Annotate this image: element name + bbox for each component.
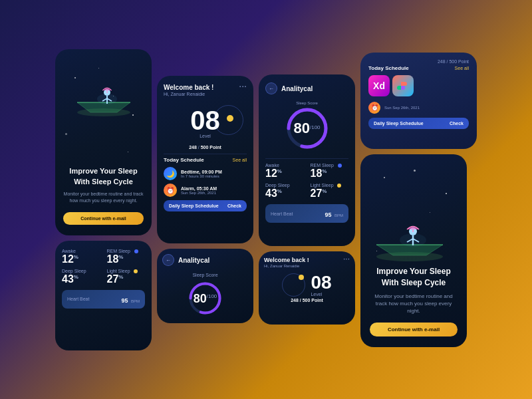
analytics-card: ← Analitycal Sleep Score 80/100 Awake 12… bbox=[259, 74, 355, 246]
top-schedule-card: 248 / 500 Point Today Schedule See all X… bbox=[360, 53, 477, 149]
a-light-label: Light Sleep bbox=[311, 183, 349, 188]
hb-unit: BPM bbox=[131, 299, 140, 303]
bw-level: 08 Level bbox=[264, 273, 350, 297]
bedtime-name: Bedtime, 09:00 PM bbox=[181, 170, 247, 174]
top-check-label: Check bbox=[450, 121, 464, 126]
a-rem-value: 18% bbox=[311, 168, 349, 179]
a-awake-stat: Awake 12% bbox=[265, 163, 304, 179]
a-rem-stat: REM Sleep 18% bbox=[311, 163, 349, 179]
a-hb-label: Heart Beat bbox=[271, 211, 293, 216]
bw-title: Welcome back ! bbox=[264, 257, 309, 263]
top-see-all[interactable]: See all bbox=[455, 66, 469, 70]
small-score-inner: 80/100 bbox=[194, 292, 217, 305]
alarm-time: Sun Sep 26th, 2021 bbox=[181, 191, 247, 195]
see-all-link[interactable]: See all bbox=[233, 158, 247, 162]
landing-content: Improve Your Sleep With Sleep Cycle Moni… bbox=[63, 166, 144, 224]
bw-header: Welcome back ! Hi, Zanuar Renaidie ··· bbox=[264, 257, 350, 268]
small-score-total: /100 bbox=[207, 293, 217, 299]
heartbeat-bar: Heart Beat 95 BPM bbox=[62, 290, 145, 309]
top-schedule-title: Today Schedule bbox=[368, 65, 409, 71]
small-analytics-card: ← Analitycal Sleep Score 80/100 bbox=[157, 249, 253, 323]
welcome-title: Welcome back ! bbox=[164, 84, 213, 91]
back-button[interactable]: ← bbox=[265, 82, 277, 94]
top-schedule-header: Today Schedule See all bbox=[368, 65, 469, 71]
daily-schedule-button[interactable]: Daily Sleep Schedulue Check bbox=[164, 200, 247, 211]
stats-card: Awake 12% REM Sleep 18% Deep Sleep 43% bbox=[55, 241, 152, 350]
bw-options[interactable]: ··· bbox=[343, 257, 350, 261]
score-total: /100 bbox=[310, 124, 321, 130]
score-ring: 80/100 bbox=[284, 105, 331, 152]
bw-points: 248 / 500 Point bbox=[264, 298, 350, 303]
lg-landing-content: Improve Your Sleep With Sleep Cycle Moni… bbox=[370, 266, 458, 336]
small-analytics-title: Analitycal bbox=[178, 257, 209, 264]
small-back-button[interactable]: ← bbox=[162, 254, 174, 266]
xd-icon[interactable]: Xd bbox=[368, 75, 390, 96]
schedule-title: Today Schedule bbox=[164, 157, 204, 163]
welcome-card: Welcome back ! Hi, Zanuar Renaidie ··· 0… bbox=[157, 76, 253, 243]
bottom-welcome-card: Welcome back ! Hi, Zanuar Renaidie ··· 0… bbox=[259, 251, 355, 325]
bw-level-number: 08 bbox=[311, 273, 331, 292]
hb-value: 95 bbox=[122, 297, 128, 304]
landing-card: Improve Your Sleep With Sleep Cycle Moni… bbox=[55, 49, 152, 235]
analytics-header: ← Analitycal bbox=[265, 82, 348, 94]
a-awake-value: 12% bbox=[265, 168, 304, 179]
small-score-ring: 80/100 bbox=[187, 280, 223, 317]
rem-value: 18% bbox=[107, 254, 146, 265]
options-button[interactable]: ··· bbox=[239, 84, 247, 88]
analytics-stats-grid: Awake 12% REM Sleep 18% Deep Sleep 43% L… bbox=[265, 163, 348, 199]
title-line1: Improve Your Sleep bbox=[69, 167, 137, 175]
lg-email-button[interactable]: Continue with e-mail bbox=[370, 323, 458, 336]
stats-grid: Awake 12% REM Sleep 18% Deep Sleep 43% bbox=[62, 249, 145, 285]
welcome-sub: Hi, Zanuar Renaidie bbox=[164, 92, 213, 96]
awake-stat: Awake 12% bbox=[62, 249, 100, 265]
title-line2: With Sleep Cycle bbox=[74, 178, 133, 186]
deep-value: 43% bbox=[62, 274, 100, 285]
score-number: 80 bbox=[293, 120, 309, 136]
small-score-number: 80 bbox=[194, 291, 207, 305]
lg-title-line2: With Sleep Cycle bbox=[382, 278, 446, 287]
email-button[interactable]: Continue with e-mail bbox=[63, 212, 144, 225]
score-inner: 80/100 bbox=[293, 121, 320, 136]
figma-icon[interactable] bbox=[392, 75, 414, 96]
bw-text: Welcome back ! Hi, Zanuar Renaidie bbox=[264, 257, 309, 268]
bw-sub: Hi, Zanuar Renaidie bbox=[264, 264, 309, 268]
bw-number-wrap: 08 Level bbox=[311, 273, 331, 297]
bedtime-icon: 🌙 bbox=[164, 167, 177, 180]
points-display: 248 / 500 Point bbox=[368, 59, 469, 64]
alarm-icon: ⏰ bbox=[164, 184, 177, 197]
analytics-title: Analitycal bbox=[281, 85, 313, 92]
a-hb-value: 95 bbox=[325, 211, 332, 218]
a-hb-unit: BPM bbox=[334, 213, 343, 217]
schedule-header: Today Schedule See all bbox=[164, 157, 247, 163]
bw-orbit bbox=[282, 273, 305, 297]
a-awake-label: Awake bbox=[265, 163, 304, 168]
awake-value: 12% bbox=[62, 254, 100, 265]
a-deep-stat: Deep Sleep 43% bbox=[265, 183, 304, 199]
light-value: 27% bbox=[107, 274, 146, 285]
deep-label: Deep Sleep bbox=[62, 269, 100, 273]
light-stat: Light Sleep 27% bbox=[107, 269, 146, 285]
schedule-item-bedtime: 🌙 Bedtime, 09:00 PM In 7 hours 30 minute… bbox=[164, 167, 247, 180]
score-container: Sleep Score 80/100 bbox=[265, 101, 348, 152]
landing-card-large: Improve Your Sleep With Sleep Cycle Moni… bbox=[360, 154, 467, 347]
deep-stat: Deep Sleep 43% bbox=[62, 269, 100, 285]
alarm-name: Alarm, 05:30 AM bbox=[181, 186, 247, 191]
check-label: Check bbox=[227, 203, 241, 208]
lg-landing-title: Improve Your Sleep With Sleep Cycle bbox=[370, 266, 458, 289]
alarm-info: Alarm, 05:30 AM Sun Sep 26th, 2021 bbox=[181, 186, 247, 195]
ts-alarm-icon: ⏰ bbox=[368, 102, 380, 114]
welcome-text: Welcome back ! Hi, Zanuar Renaidie bbox=[164, 84, 213, 96]
a-light-stat: Light Sleep 27% bbox=[311, 183, 349, 199]
illustration bbox=[55, 56, 152, 122]
level-label: Level bbox=[200, 134, 211, 138]
top-check-button[interactable]: Daily Sleep Schedulue Check bbox=[368, 118, 469, 129]
small-score-container: Sleep Score 80/100 bbox=[162, 273, 248, 317]
level-display: 08 Level bbox=[164, 102, 247, 144]
points-text: 248 / 500 Point bbox=[164, 145, 247, 150]
hb-label: Heart Beat bbox=[67, 297, 89, 301]
rem-stat: REM Sleep 18% bbox=[107, 249, 146, 265]
schedule-item-alarm: ⏰ Alarm, 05:30 AM Sun Sep 26th, 2021 bbox=[164, 184, 247, 197]
lg-title-line1: Improve Your Sleep bbox=[376, 267, 451, 276]
svg-point-8 bbox=[97, 94, 117, 104]
ts-alarm-time: Sun Sep 26th, 2021 bbox=[384, 106, 469, 110]
